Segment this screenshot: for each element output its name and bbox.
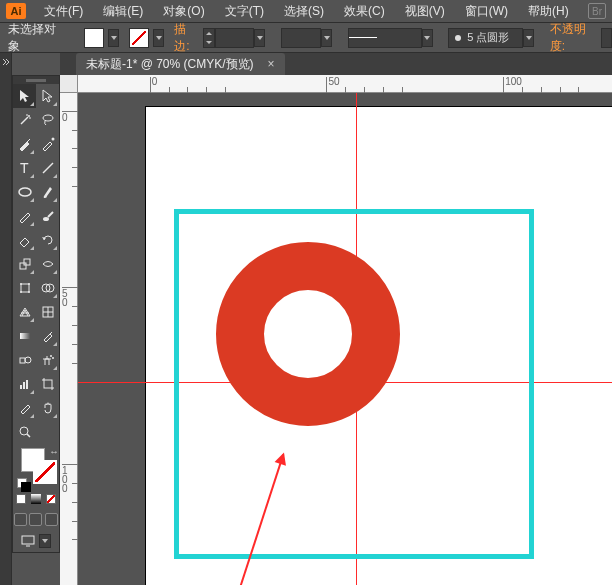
lasso-tool[interactable] [36,108,59,132]
ellipse-tool[interactable] [13,180,36,204]
menu-window[interactable]: 窗口(W) [455,1,518,22]
fill-swatch[interactable] [84,28,104,48]
expand-panels-button[interactable] [0,57,12,67]
close-tab-button[interactable]: × [268,57,275,71]
magic-wand-tool[interactable] [13,108,36,132]
gradient-tool[interactable] [13,324,36,348]
rotate-tool[interactable] [36,228,59,252]
slice-tool[interactable] [13,396,36,420]
svg-point-30 [28,291,30,293]
svg-point-38 [25,357,31,363]
fill-color-icon [85,29,103,47]
direct-selection-tool[interactable] [36,84,59,108]
document-tab[interactable]: 未标题-1* @ 70% (CMYK/预览) × [76,53,285,75]
variable-width-dropdown[interactable] [321,29,332,47]
stroke-none-icon [130,29,148,47]
fill-dropdown[interactable] [108,29,119,47]
type-tool[interactable]: T [13,156,36,180]
menu-object[interactable]: 对象(O) [153,1,214,22]
opacity-label[interactable]: 不透明度: [550,21,597,55]
opacity-field[interactable] [601,28,612,48]
stroke-swatch[interactable] [129,28,149,48]
svg-rect-37 [20,358,25,363]
svg-point-40 [52,357,54,359]
selection-status: 未选择对象 [8,21,63,55]
canvas[interactable] [78,93,612,585]
svg-text:T: T [20,161,29,175]
stroke-label[interactable]: 描边: [174,21,199,55]
svg-marker-5 [324,36,330,40]
paintbrush-tool[interactable] [36,180,59,204]
color-mode-none[interactable] [44,490,59,508]
toolbox-grip[interactable] [13,76,59,84]
menu-file[interactable]: 文件(F) [34,1,93,22]
eraser-tool[interactable] [13,228,36,252]
draw-inside[interactable] [45,513,58,526]
app-logo: Ai [6,3,26,19]
pen-tool[interactable] [13,132,36,156]
free-transform-tool[interactable] [13,276,36,300]
stroke-dropdown[interactable] [153,29,164,47]
symbol-sprayer-tool[interactable] [36,348,59,372]
zoom-tool[interactable] [13,420,36,444]
color-mode-solid[interactable] [13,490,28,508]
scale-tool[interactable] [13,252,36,276]
svg-point-14 [43,115,53,121]
line-tool[interactable] [36,156,59,180]
width-tool[interactable] [36,252,59,276]
stroke-profile-field[interactable]: 5 点圆形 [448,28,523,48]
brush-dropdown[interactable] [422,29,433,47]
menu-help[interactable]: 帮助(H) [518,1,579,22]
stroke-weight-dropdown[interactable] [254,29,265,47]
variable-width-profile[interactable] [281,28,322,48]
color-mode-gradient[interactable] [28,490,43,508]
brush-field[interactable] [348,28,422,48]
swap-fill-stroke-icon[interactable]: ↔ [49,446,59,457]
svg-point-29 [20,291,22,293]
menu-select[interactable]: 选择(S) [274,1,334,22]
vertical-ruler[interactable]: 05 01 0 01 5 02 0 02 5 0 [60,93,78,585]
draw-behind[interactable] [29,513,42,526]
svg-marker-7 [526,36,532,40]
document-tab-title: 未标题-1* @ 70% (CMYK/预览) [86,56,254,73]
curvature-tool[interactable] [36,132,59,156]
horizontal-ruler[interactable]: 050100150200250 [78,75,612,93]
menu-effect[interactable]: 效果(C) [334,1,395,22]
svg-marker-3 [206,41,212,44]
menu-type[interactable]: 文字(T) [215,1,274,22]
draw-normal[interactable] [14,513,27,526]
mesh-tool[interactable] [36,300,59,324]
fill-stroke-control[interactable]: ↔ [13,444,59,490]
svg-point-49 [20,427,28,435]
column-graph-tool[interactable] [13,372,36,396]
shape-builder-tool[interactable] [36,276,59,300]
blend-tool[interactable] [13,348,36,372]
svg-point-15 [51,138,54,141]
svg-marker-23 [42,237,46,240]
selection-tool[interactable] [13,84,36,108]
red-ring-shape[interactable] [216,242,400,426]
stroke-weight-stepper[interactable] [203,28,214,48]
screen-mode-dropdown[interactable] [39,534,51,548]
stroke-profile-value: 5 点圆形 [467,30,509,45]
pencil-tool[interactable] [13,204,36,228]
stroke-square-icon[interactable] [33,460,57,484]
stroke-profile-dropdown[interactable] [523,29,534,47]
perspective-grid-tool[interactable] [13,300,36,324]
ruler-origin[interactable] [60,75,78,93]
control-bar: 未选择对象 描边: 5 点圆形 不透明度: [0,23,612,53]
dot-icon [455,35,461,41]
svg-marker-8 [20,90,29,102]
blob-brush-tool[interactable] [36,204,59,228]
menu-view[interactable]: 视图(V) [395,1,455,22]
svg-marker-53 [42,539,48,543]
toolbox: T ↔ [12,75,60,553]
stroke-weight-field[interactable] [215,28,254,48]
svg-rect-44 [44,380,52,388]
artboard-tool[interactable] [36,372,59,396]
menu-edit[interactable]: 编辑(E) [93,1,153,22]
eyedropper-tool[interactable] [36,324,59,348]
screen-mode-button[interactable] [13,530,59,552]
hand-tool[interactable] [36,396,59,420]
bridge-badge-icon[interactable]: Br [588,3,606,19]
